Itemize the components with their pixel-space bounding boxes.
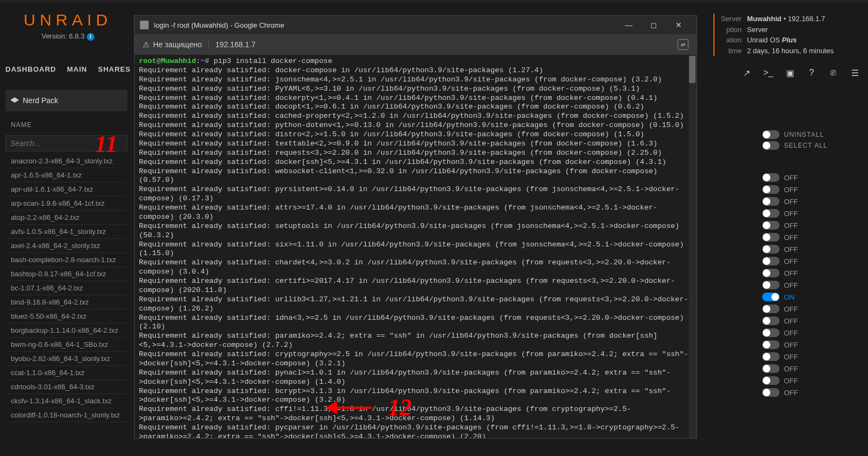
package-toggle[interactable] <box>762 257 780 265</box>
chrome-title: login -f root (Muwahhid) - Google Chrome <box>154 21 616 29</box>
translate-icon[interactable]: ⇄ <box>678 39 688 50</box>
toggle-row: OFF <box>762 363 860 375</box>
toggle-section: UNINSTALL SELECT ALL OFFOFFOFFOFFOFFOFFO… <box>762 130 860 398</box>
close-icon[interactable]: ✕ <box>666 16 691 34</box>
scrollbar-thumb[interactable] <box>689 56 695 83</box>
chrome-window: login -f root (Muwahhid) - Google Chrome… <box>134 15 697 439</box>
package-toggle[interactable] <box>762 388 780 397</box>
unraid-version-label: Version: 6.8.3 i <box>8 32 127 41</box>
toggle-list: OFFOFFOFFOFFOFFOFFOFFOFFOFFOFFONOFFOFFOF… <box>762 172 860 398</box>
chrome-titlebar[interactable]: login -f root (Muwahhid) - Google Chrome… <box>135 16 697 34</box>
package-list: anacron-2.3-x86_64-3_slonly.txzapr-1.6.5… <box>5 154 127 422</box>
server-info-panel: ServerMuwahhid • 192.168.1.7 ptionServer… <box>708 14 860 56</box>
package-item[interactable]: atop-2.2-x86_64-2.txz <box>5 211 127 225</box>
chrome-addressbar: Не защищено 192.168.1.7 ⇄ <box>135 34 697 55</box>
annotation-11: 11 <box>95 130 118 158</box>
package-toggle[interactable] <box>762 245 780 254</box>
terminal-output[interactable]: root@Muwahhid:~# pip3 install docker-com… <box>135 55 697 438</box>
terminal-scrollbar[interactable] <box>689 55 697 438</box>
toggle-state-label: OFF <box>784 186 798 194</box>
package-item[interactable]: axel-2.4-x86_64-2_slonly.txz <box>5 239 127 253</box>
package-toggle[interactable] <box>762 233 780 242</box>
package-toggle[interactable] <box>762 352 780 361</box>
package-toggle[interactable] <box>762 364 780 373</box>
toggle-row: OFF <box>762 183 860 195</box>
package-item[interactable]: avfs-1.0.5-x86_64-1_slonly.txz <box>5 225 127 239</box>
package-item[interactable]: apr-util-1.6.1-x86_64-7.txz <box>5 182 127 197</box>
toggle-row: OFF <box>762 339 860 351</box>
version-text: Version: 6.8.3 <box>41 32 85 40</box>
terminal-icon[interactable]: >_ <box>763 68 773 78</box>
nerd-pack-title: Nerd Pack <box>5 90 127 111</box>
maximize-icon[interactable]: ◻ <box>641 16 666 34</box>
nav-dashboard[interactable]: DASHBOARD <box>5 65 56 73</box>
package-toggle[interactable] <box>762 269 780 277</box>
uninstall-label: UNINSTALL <box>784 131 824 138</box>
toggle-state-label: OFF <box>784 341 798 349</box>
package-toggle[interactable] <box>762 293 780 301</box>
package-item[interactable]: bind-9.16.8-x86_64-2.txz <box>5 295 127 309</box>
toggle-row: OFF <box>762 172 860 183</box>
toggle-row: OFF <box>762 351 860 363</box>
package-item[interactable]: cdrtools-3.01-x86_64-3.txz <box>5 380 127 394</box>
package-item[interactable]: arp-scan-1.9.6-x86_64-1cf.txz <box>5 197 127 211</box>
nav-shares[interactable]: SHARES <box>98 65 131 73</box>
nav-main[interactable]: MAIN <box>67 65 87 73</box>
unraid-logo: UNRAID <box>8 11 127 29</box>
toggle-state-label: OFF <box>784 377 798 385</box>
toggle-row: OFF <box>762 267 860 279</box>
package-item[interactable]: bluez-5.50-x86_64-2.txz <box>5 309 127 324</box>
server-ip: 192.168.1.7 <box>788 15 825 23</box>
monitor-icon[interactable]: ⎚ <box>828 68 838 78</box>
feedback-icon[interactable]: ▣ <box>785 68 795 78</box>
package-item[interactable]: bc-1.07.1-x86_64-2.txz <box>5 281 127 295</box>
package-item[interactable]: ccat-1.1.0-x86_64-1.txz <box>5 366 127 380</box>
window-controls: — ◻ ✕ <box>616 16 691 34</box>
minimize-icon[interactable]: — <box>616 16 641 34</box>
help-icon[interactable]: ? <box>807 68 816 78</box>
divider <box>208 40 209 49</box>
package-item[interactable]: bash-completion-2.8-noarch-1.txz <box>5 253 127 267</box>
package-toggle[interactable] <box>762 221 780 230</box>
package-toggle[interactable] <box>762 340 780 349</box>
uninstall-toggle[interactable] <box>762 130 780 139</box>
package-item[interactable]: bashtop-0.8.17-x86_64-1cf.txz <box>5 267 127 281</box>
toggle-row: OFF <box>762 327 860 339</box>
popout-icon[interactable]: ↗ <box>742 68 751 78</box>
label-uptime: time <box>720 46 742 56</box>
toggle-row: OFF <box>762 315 860 327</box>
package-toggle[interactable] <box>762 316 780 325</box>
url-text[interactable]: 192.168.1.7 <box>215 40 256 49</box>
toggle-state-label: OFF <box>784 269 798 277</box>
toggle-state-label: OFF <box>784 305 798 313</box>
unraid-header: UNRAID Version: 6.8.3 i <box>8 11 127 41</box>
package-toggle[interactable] <box>762 281 780 289</box>
toggle-row: OFF <box>762 219 860 231</box>
package-item[interactable]: apr-1.6.5-x86_64-1.txz <box>5 168 127 182</box>
package-toggle[interactable] <box>762 185 780 194</box>
package-toggle[interactable] <box>762 376 780 385</box>
server-desc: Server <box>747 26 768 34</box>
package-item[interactable]: byobu-2.82-x86_64-3_slonly.txz <box>5 352 127 366</box>
toggle-state-label: OFF <box>784 210 798 218</box>
selectall-toggle[interactable] <box>762 141 780 150</box>
package-item[interactable]: colordiff-1.0.18-noarch-1_slonly.txz <box>5 408 127 422</box>
package-item[interactable]: bwm-ng-0.6-x86_64-1_SBo.txz <box>5 338 127 352</box>
annotation-12: 12 <box>328 394 412 421</box>
package-toggle[interactable] <box>762 305 780 313</box>
menu-icon[interactable]: ☰ <box>850 68 860 78</box>
window-icon <box>140 21 149 29</box>
package-toggle[interactable] <box>762 173 780 182</box>
package-item[interactable]: borgbackup-1.1.14.0-x86_64-2.txz <box>5 324 127 338</box>
toggle-row: OFF <box>762 387 860 398</box>
toggle-state-label: OFF <box>784 257 798 265</box>
toggle-row: OFF <box>762 207 860 219</box>
selectall-label: SELECT ALL <box>784 142 828 149</box>
info-icon[interactable]: i <box>87 33 94 41</box>
package-item[interactable]: cksfv-1.3.14-x86_64-1_slack.txz <box>5 394 127 408</box>
package-toggle[interactable] <box>762 197 780 206</box>
server-license: Unraid OS Plus <box>747 36 797 44</box>
package-toggle[interactable] <box>762 328 780 337</box>
package-toggle[interactable] <box>762 209 780 218</box>
insecure-warning[interactable]: Не защищено <box>143 40 202 49</box>
